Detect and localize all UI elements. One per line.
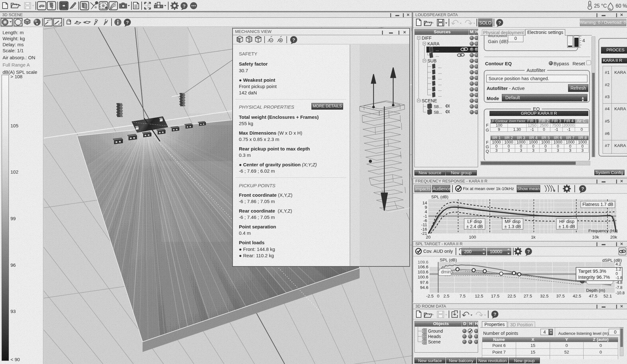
svg-text:dSPL (dB): dSPL (dB) bbox=[602, 258, 622, 263]
svg-text:94.6: 94.6 bbox=[420, 285, 428, 290]
svg-text:14: 14 bbox=[422, 201, 427, 205]
svg-text:SUB: SUB bbox=[427, 58, 437, 63]
svg-text:?: ? bbox=[527, 249, 530, 254]
svg-text:42.5: 42.5 bbox=[573, 294, 581, 298]
svg-text:SOLO: SOLO bbox=[479, 20, 492, 25]
svg-text:± 1.6 dB: ± 1.6 dB bbox=[559, 224, 575, 229]
svg-text:7.5: 7.5 bbox=[460, 294, 466, 298]
svg-text:?: ? bbox=[498, 20, 501, 25]
svg-text:2.5: 2.5 bbox=[444, 294, 450, 298]
svg-text:LF disp: LF disp bbox=[467, 219, 482, 224]
svg-text:?: ? bbox=[292, 37, 295, 42]
svg-text:...: ... bbox=[438, 93, 442, 98]
svg-text:-1: -1 bbox=[423, 214, 427, 219]
svg-text:97.6: 97.6 bbox=[420, 280, 428, 285]
svg-text:Fix at mean over 1k-10kHz: Fix at mean over 1k-10kHz bbox=[463, 186, 514, 191]
svg-text:SB...: SB... bbox=[434, 110, 442, 115]
svg-text:20: 20 bbox=[426, 235, 431, 239]
svg-text:12.5: 12.5 bbox=[475, 294, 483, 298]
svg-text:SPL (dB): SPL (dB) bbox=[431, 195, 448, 199]
svg-text:MF disp: MF disp bbox=[505, 219, 521, 224]
svg-text:Warning: 0 / Overload: 0: Warning: 0 / Overload: 0 bbox=[580, 20, 626, 25]
svg-text:103.6: 103.6 bbox=[418, 270, 428, 274]
svg-text:4: 4 bbox=[582, 38, 585, 43]
svg-text:DIFF: DIFF bbox=[422, 35, 432, 41]
svg-text:SB...: SB... bbox=[434, 105, 442, 109]
svg-text:200: 200 bbox=[464, 249, 472, 254]
svg-text:52.1: 52.1 bbox=[604, 294, 612, 298]
svg-text:27.5: 27.5 bbox=[524, 294, 532, 298]
svg-text:± 1.3 dB: ± 1.3 dB bbox=[504, 224, 521, 229]
svg-text:9: 9 bbox=[425, 205, 427, 210]
svg-text:-7.8: -7.8 bbox=[616, 285, 623, 290]
svg-text:SCENE: SCENE bbox=[422, 98, 437, 103]
svg-text:100: 100 bbox=[469, 235, 476, 239]
svg-text:-4.8: -4.8 bbox=[616, 280, 623, 285]
svg-text:22.5: 22.5 bbox=[508, 294, 516, 298]
svg-text:Scene: Scene bbox=[428, 339, 441, 344]
svg-text:1k: 1k bbox=[531, 235, 536, 239]
svg-text:47.5: 47.5 bbox=[589, 294, 597, 298]
svg-text:10k: 10k bbox=[592, 235, 599, 239]
svg-text:± 2.4 dB: ± 2.4 dB bbox=[466, 224, 483, 229]
svg-text:10000: 10000 bbox=[490, 249, 502, 254]
svg-text:106.6: 106.6 bbox=[418, 265, 428, 269]
svg-text:Flatness 1.7 dB: Flatness 1.7 dB bbox=[582, 202, 613, 207]
svg-text:...: ... bbox=[438, 76, 442, 80]
svg-text:KARA: KARA bbox=[427, 41, 440, 46]
svg-text:-1.8: -1.8 bbox=[616, 276, 623, 280]
svg-text:100.6: 100.6 bbox=[418, 275, 428, 279]
svg-text:dmin: dmin bbox=[441, 269, 451, 274]
svg-text:SPL (dB): SPL (dB) bbox=[440, 258, 457, 262]
svg-text:Frequency (Hz): Frequency (Hz) bbox=[588, 228, 618, 233]
svg-text:0: 0 bbox=[437, 294, 439, 298]
svg-text:4: 4 bbox=[425, 209, 427, 214]
svg-text:0: 0 bbox=[616, 271, 618, 276]
svg-text:...: ... bbox=[438, 87, 442, 92]
svg-text:?: ? bbox=[581, 186, 584, 191]
svg-text:...: ... bbox=[438, 70, 442, 75]
svg-text:?: ? bbox=[182, 3, 185, 9]
svg-text:17.5: 17.5 bbox=[491, 294, 499, 298]
svg-text:32.5: 32.5 bbox=[540, 294, 548, 298]
svg-text:25 °C: 25 °C bbox=[594, 3, 607, 9]
svg-text:Integrity 96.7%: Integrity 96.7% bbox=[578, 274, 610, 280]
svg-text:...: ... bbox=[438, 64, 442, 69]
svg-text:-10.8: -10.8 bbox=[616, 291, 625, 295]
svg-text:HF disp: HF disp bbox=[559, 219, 574, 224]
svg-text:1.2: 1.2 bbox=[616, 267, 621, 271]
svg-text:37.5: 37.5 bbox=[556, 294, 565, 298]
svg-text:Cov. AUD only: Cov. AUD only bbox=[423, 249, 453, 254]
svg-text:Target 95.3%: Target 95.3% bbox=[578, 268, 606, 274]
svg-text:...: ... bbox=[436, 53, 439, 58]
svg-text:?: ? bbox=[493, 311, 496, 317]
svg-text:Ground: Ground bbox=[428, 329, 443, 334]
svg-text:Depth (m): Depth (m) bbox=[586, 288, 605, 293]
svg-text:60 %: 60 % bbox=[616, 3, 627, 9]
svg-text:...: ... bbox=[436, 47, 439, 52]
svg-text:20k: 20k bbox=[610, 235, 617, 239]
svg-text:-11: -11 bbox=[421, 222, 427, 227]
svg-text:?: ? bbox=[126, 20, 129, 25]
svg-text:4.2: 4.2 bbox=[616, 262, 621, 266]
svg-text:Heads: Heads bbox=[428, 334, 441, 339]
svg-text:...: ... bbox=[438, 81, 442, 86]
svg-text:-2.5: -2.5 bbox=[426, 294, 433, 298]
svg-text:109.6: 109.6 bbox=[418, 260, 428, 265]
